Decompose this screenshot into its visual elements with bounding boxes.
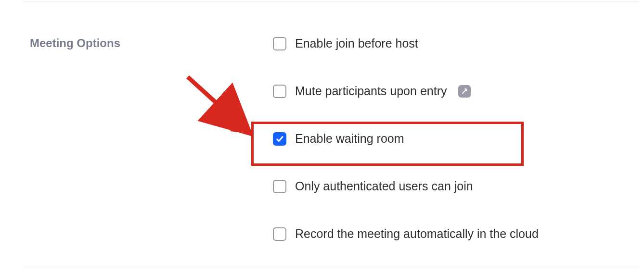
checkbox-auto-record[interactable]: [273, 227, 286, 241]
option-label: Mute participants upon entry: [295, 84, 447, 98]
option-label: Enable waiting room: [295, 132, 404, 146]
option-authenticated-only: Only authenticated users can join: [273, 176, 539, 196]
checkbox-mute-on-entry[interactable]: [273, 85, 286, 98]
svg-marker-2: [230, 115, 253, 134]
svg-line-1: [188, 77, 241, 125]
divider-top: [23, 1, 639, 1]
divider-bottom: [23, 268, 639, 268]
checkbox-waiting-room[interactable]: [273, 132, 286, 146]
option-waiting-room: Enable waiting room: [273, 129, 539, 149]
info-icon[interactable]: [458, 85, 471, 98]
option-label: Record the meeting automatically in the …: [295, 227, 539, 241]
section-title: Meeting Options: [30, 37, 120, 50]
option-auto-record: Record the meeting automatically in the …: [273, 224, 539, 244]
option-join-before-host: Enable join before host: [273, 34, 539, 53]
arrow-annotation: [183, 72, 265, 144]
option-label: Enable join before host: [295, 37, 418, 50]
checkbox-join-before-host[interactable]: [273, 37, 286, 50]
meeting-options-list: Enable join before host Mute participant…: [273, 34, 539, 244]
option-label: Only authenticated users can join: [295, 179, 473, 193]
option-mute-on-entry: Mute participants upon entry: [273, 81, 539, 101]
checkbox-authenticated-only[interactable]: [273, 180, 286, 193]
